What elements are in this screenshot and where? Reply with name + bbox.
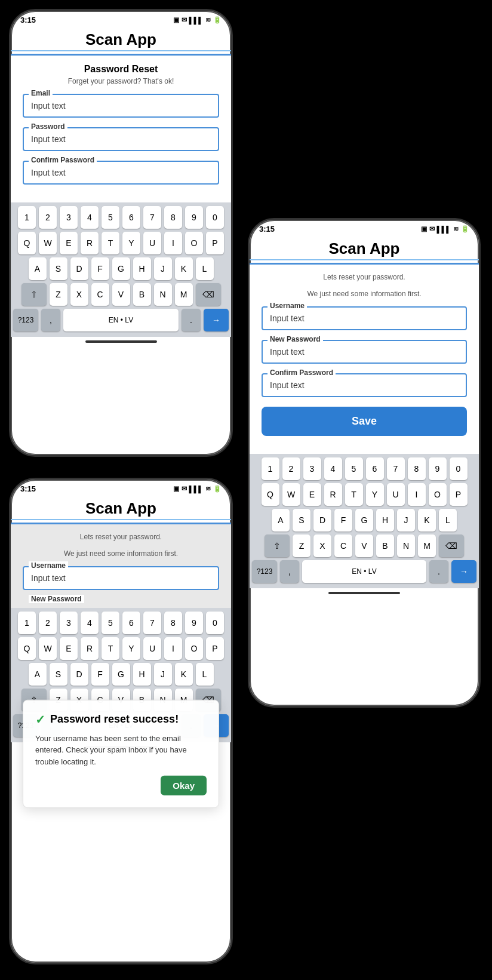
kbd2-w[interactable]: W xyxy=(39,637,57,660)
kbd-v[interactable]: V xyxy=(112,283,130,306)
kbd3-w[interactable]: W xyxy=(282,483,300,506)
kbd-spacebar[interactable]: EN • LV xyxy=(63,309,179,331)
kbd-y[interactable]: Y xyxy=(122,232,140,254)
kbd-h[interactable]: H xyxy=(133,257,151,280)
kbd-2[interactable]: 2 xyxy=(39,206,57,229)
kbd2-3[interactable]: 3 xyxy=(60,612,78,634)
kbd3-j[interactable]: J xyxy=(397,509,415,532)
kbd3-1[interactable]: 1 xyxy=(262,457,279,480)
kbd-d[interactable]: D xyxy=(70,257,88,280)
kbd-t[interactable]: T xyxy=(102,232,119,254)
kbd-4[interactable]: 4 xyxy=(81,206,99,229)
kbd3-d[interactable]: D xyxy=(313,509,331,532)
kbd2-0[interactable]: 0 xyxy=(206,612,224,634)
kbd-7[interactable]: 7 xyxy=(143,206,161,229)
kbd3-t[interactable]: T xyxy=(345,483,363,506)
kbd2-u[interactable]: U xyxy=(143,637,161,660)
kbd-l[interactable]: L xyxy=(196,257,214,280)
kbd3-5[interactable]: 5 xyxy=(345,457,363,480)
kbd3-4[interactable]: 4 xyxy=(324,457,342,480)
kbd-n[interactable]: N xyxy=(154,283,172,306)
kbd3-u[interactable]: U xyxy=(387,483,405,506)
kbd3-6[interactable]: 6 xyxy=(366,457,384,480)
username-input-2[interactable] xyxy=(23,566,219,590)
kbd-e[interactable]: E xyxy=(60,232,78,254)
kbd2-l[interactable]: L xyxy=(196,663,214,686)
kbd2-r[interactable]: R xyxy=(81,637,99,660)
kbd-8[interactable]: 8 xyxy=(164,206,182,229)
kbd3-0[interactable]: 0 xyxy=(450,457,468,480)
kbd2-7[interactable]: 7 xyxy=(143,612,161,634)
kbd-9[interactable]: 9 xyxy=(185,206,203,229)
kbd3-2[interactable]: 2 xyxy=(282,457,300,480)
kbd-c[interactable]: C xyxy=(91,283,109,306)
kbd3-k[interactable]: K xyxy=(418,509,436,532)
kbd3-p[interactable]: P xyxy=(450,483,468,506)
kbd2-g[interactable]: G xyxy=(112,663,130,686)
kbd2-8[interactable]: 8 xyxy=(164,612,182,634)
kbd2-h[interactable]: H xyxy=(133,663,151,686)
kbd-shift[interactable]: ⇧ xyxy=(21,283,47,306)
kbd3-m[interactable]: M xyxy=(418,534,436,557)
kbd-5[interactable]: 5 xyxy=(102,206,119,229)
kbd2-k[interactable]: K xyxy=(175,663,193,686)
kbd-g[interactable]: G xyxy=(112,257,130,280)
kbd-comma[interactable]: , xyxy=(41,309,60,331)
kbd3-c[interactable]: C xyxy=(334,534,352,557)
kbd2-e[interactable]: E xyxy=(60,637,78,660)
kbd2-s[interactable]: S xyxy=(50,663,67,686)
kbd2-2[interactable]: 2 xyxy=(39,612,57,634)
kbd3-r[interactable]: R xyxy=(324,483,342,506)
kbd-p[interactable]: P xyxy=(206,232,224,254)
kbd-b[interactable]: B xyxy=(133,283,151,306)
kbd2-4[interactable]: 4 xyxy=(81,612,99,634)
kbd-1[interactable]: 1 xyxy=(18,206,36,229)
kbd-w[interactable]: W xyxy=(39,232,57,254)
kbd-123[interactable]: ?123 xyxy=(13,309,38,331)
kbd-z[interactable]: Z xyxy=(50,283,67,306)
kbd3-y[interactable]: Y xyxy=(366,483,384,506)
kbd2-y[interactable]: Y xyxy=(122,637,140,660)
kbd-0[interactable]: 0 xyxy=(206,206,224,229)
kbd3-dot[interactable]: . xyxy=(429,560,448,583)
kbd2-q[interactable]: Q xyxy=(18,637,36,660)
kbd3-v[interactable]: V xyxy=(355,534,373,557)
kbd-delete[interactable]: ⌫ xyxy=(196,283,221,306)
kbd-f[interactable]: F xyxy=(91,257,109,280)
kbd2-5[interactable]: 5 xyxy=(102,612,119,634)
kbd-3[interactable]: 3 xyxy=(60,206,78,229)
kbd-i[interactable]: I xyxy=(164,232,182,254)
kbd2-6[interactable]: 6 xyxy=(122,612,140,634)
kbd3-n[interactable]: N xyxy=(397,534,415,557)
kbd2-9[interactable]: 9 xyxy=(185,612,203,634)
kbd2-1[interactable]: 1 xyxy=(18,612,36,634)
kbd-dot[interactable]: . xyxy=(182,309,201,331)
kbd3-9[interactable]: 9 xyxy=(429,457,447,480)
kbd3-b[interactable]: B xyxy=(376,534,394,557)
okay-button[interactable]: Okay xyxy=(161,776,207,795)
kbd3-shift[interactable]: ⇧ xyxy=(265,534,290,557)
kbd2-t[interactable]: T xyxy=(102,637,119,660)
kbd3-x[interactable]: X xyxy=(313,534,331,557)
kbd-return[interactable]: → xyxy=(204,309,229,331)
kbd3-comma[interactable]: , xyxy=(280,560,299,583)
kbd3-3[interactable]: 3 xyxy=(303,457,321,480)
kbd-s[interactable]: S xyxy=(50,257,67,280)
kbd3-f[interactable]: F xyxy=(334,509,352,532)
kbd-j[interactable]: J xyxy=(154,257,172,280)
kbd3-8[interactable]: 8 xyxy=(408,457,426,480)
kbd3-return[interactable]: → xyxy=(451,560,476,583)
kbd3-delete[interactable]: ⌫ xyxy=(439,534,464,557)
kbd2-i[interactable]: I xyxy=(164,637,182,660)
password-input[interactable] xyxy=(23,127,219,151)
kbd3-7[interactable]: 7 xyxy=(387,457,405,480)
kbd-a[interactable]: A xyxy=(29,257,47,280)
kbd2-o[interactable]: O xyxy=(185,637,203,660)
kbd3-h[interactable]: H xyxy=(376,509,394,532)
kbd3-o[interactable]: O xyxy=(429,483,447,506)
email-input[interactable] xyxy=(23,94,219,118)
confirm-input-3[interactable] xyxy=(262,373,467,397)
kbd-x[interactable]: X xyxy=(70,283,88,306)
kbd2-p[interactable]: P xyxy=(206,637,224,660)
kbd3-e[interactable]: E xyxy=(303,483,321,506)
